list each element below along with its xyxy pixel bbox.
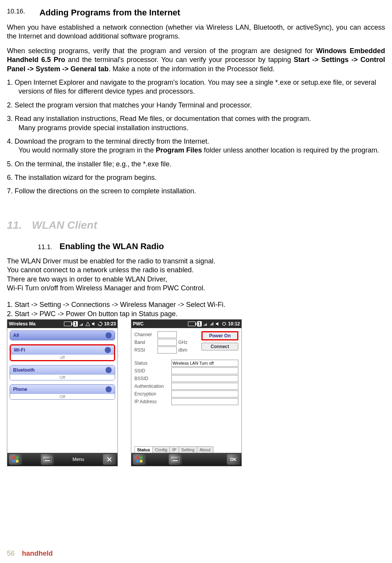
pwc-ssid-input[interactable] [171, 367, 238, 374]
step-4-text-c: folder unless another location is requir… [202, 146, 379, 154]
close-button[interactable] [103, 454, 116, 465]
battery-icon [64, 322, 72, 326]
pwc-rssi-unit: dbm [178, 347, 187, 353]
wm-app-name: Wireless Ma [9, 321, 35, 327]
power-icon [106, 332, 112, 338]
wlan-step-1: 1. Start -> Setting -> Connections -> Wi… [7, 300, 385, 309]
volume-icon [216, 322, 220, 326]
cell-signal-icon [209, 322, 214, 326]
tab-ip[interactable]: IP [169, 446, 179, 453]
section-number: 10.16. [7, 8, 38, 15]
step-1: 1. Open Internet Explorer and navigate t… [7, 78, 385, 96]
svg-point-10 [223, 322, 226, 325]
wm-wifi-button[interactable]: Wi-Fi off [10, 344, 115, 361]
wifi-icon [105, 347, 111, 353]
wm-taskbar: Menu [7, 453, 117, 466]
keyboard-button[interactable] [41, 454, 54, 465]
svg-rect-8 [49, 457, 49, 458]
svg-rect-11 [136, 456, 139, 459]
keyboard-button[interactable] [169, 454, 182, 465]
svg-rect-0 [12, 456, 15, 459]
pwc-power-on-button[interactable]: Power On [201, 331, 238, 340]
chapter-number: 11. [7, 219, 22, 231]
p2-text-e: . Make a note of the information in the … [109, 65, 275, 73]
start-button[interactable] [9, 454, 22, 465]
pwc-bssid-input[interactable] [171, 375, 238, 382]
subsection-title: Enabling the WLAN Radio [59, 241, 164, 251]
step-4-bold: Program Files [156, 146, 202, 154]
step-2: 2. Select the program version that match… [7, 101, 385, 110]
wlan-step-2: 2. Start -> PWC -> Power On button tap i… [7, 310, 385, 318]
pwc-bssid-label: BSSID [134, 376, 170, 381]
svg-rect-14 [140, 460, 142, 462]
screenshot-pwc: PWC 1 10:12 Channel BandGHz RSSIdbm [131, 319, 242, 466]
wm-phone-button[interactable]: Phone Off [10, 384, 115, 400]
chapter-title: WLAN Client [32, 219, 97, 231]
pwc-band-label: Band [134, 340, 156, 345]
svg-rect-1 [16, 456, 18, 459]
pwc-enc-input[interactable] [171, 390, 238, 397]
wm-bluetooth-button[interactable]: Bluetooth Off [10, 365, 115, 380]
wm-clock: 10:23 [104, 321, 116, 327]
wm-titlebar: Wireless Ma 1 10:23 [7, 320, 117, 328]
screenshot-row: Wireless Ma 1 10:23 [7, 319, 385, 466]
wlan-line-3: There are two ways in order to enable WL… [7, 275, 385, 284]
svg-rect-12 [140, 456, 142, 459]
pwc-auth-input[interactable] [171, 383, 238, 390]
wm-phone-status: Off [10, 394, 115, 399]
pwc-ip-label: IP Address [134, 399, 170, 404]
svg-rect-13 [136, 460, 139, 462]
volume-icon [92, 322, 96, 326]
svg-rect-20 [173, 460, 178, 461]
p2-text-c: and the terminal's processor. You can ve… [65, 56, 294, 64]
svg-rect-6 [45, 457, 46, 458]
tab-setting[interactable]: Setting [179, 446, 197, 453]
step-4-line1: 4. Download the program to the terminal … [7, 137, 385, 146]
step-3-line1: 3. Read any installation instructions, R… [7, 114, 385, 123]
wm-wifi-status: off [11, 355, 114, 360]
pwc-titlebar: PWC 1 10:12 [131, 320, 241, 328]
pwc-status-value [171, 360, 238, 367]
tab-about[interactable]: About [197, 446, 213, 453]
start-button[interactable] [133, 454, 146, 465]
wm-all-label: All [13, 333, 19, 338]
wm-all-button[interactable]: All [10, 330, 115, 340]
pwc-channel-input[interactable] [157, 331, 177, 338]
step-1-line1: 1. Open Internet Explorer and navigate t… [7, 78, 385, 87]
wm-bluetooth-label: Bluetooth [13, 367, 35, 373]
svg-rect-3 [16, 460, 18, 462]
chapter-heading: 11. WLAN Client [7, 219, 385, 231]
svg-rect-2 [12, 460, 15, 462]
screenshot-wireless-manager: Wireless Ma 1 10:23 [7, 319, 118, 466]
svg-rect-9 [45, 460, 50, 461]
svg-rect-17 [173, 457, 174, 458]
svg-rect-19 [176, 457, 177, 458]
subsection-heading: 11.1. Enabling the WLAN Radio [7, 241, 385, 251]
signal-badge: 1 [197, 321, 202, 327]
pwc-rssi-input[interactable] [157, 347, 177, 354]
battery-icon [188, 322, 196, 326]
p2-text-a: When selecting programs, verify that the… [7, 47, 316, 55]
subsection-number: 11.1. [38, 243, 58, 251]
step-5: 5. On the terminal, the installer file; … [7, 160, 385, 169]
pwc-ip-input[interactable] [171, 398, 238, 405]
tab-status[interactable]: Status [134, 446, 153, 453]
ok-button[interactable]: OK [227, 454, 240, 465]
paragraph-1: When you have established a network conn… [7, 23, 385, 41]
page-footer: 56 handheld [7, 550, 53, 558]
cell-signal-icon [85, 322, 90, 326]
pwc-clock: 10:12 [228, 321, 240, 327]
paragraph-2: When selecting programs, verify that the… [7, 47, 385, 74]
wm-content: All Wi-Fi off Bluetooth Of [7, 328, 117, 453]
step-7: 7. Follow the directions on the screen t… [7, 187, 385, 196]
pwc-enc-label: Encryption [134, 391, 170, 397]
tab-config[interactable]: Config [152, 446, 170, 453]
bluetooth-icon [106, 367, 112, 373]
pwc-band-unit: GHz [178, 340, 188, 345]
sync-icon [222, 322, 226, 326]
pwc-ssid-label: SSID [134, 368, 170, 374]
pwc-band-input[interactable] [157, 339, 177, 346]
pwc-connect-button[interactable]: Connect [201, 343, 238, 350]
wlan-line-1: The WLAN Driver must be enabled for the … [7, 257, 385, 266]
wm-menu-button[interactable]: Menu [72, 457, 84, 462]
